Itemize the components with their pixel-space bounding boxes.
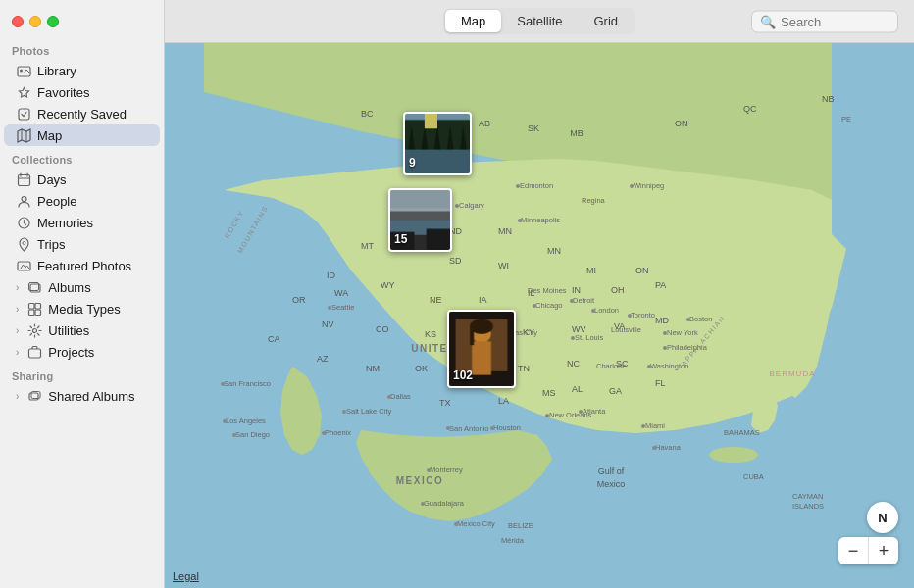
sidebar-item-trips[interactable]: Trips xyxy=(4,233,160,255)
tab-map[interactable]: Map xyxy=(445,10,501,32)
svg-text:MB: MB xyxy=(570,128,584,138)
map-photo-3[interactable]: 102 xyxy=(447,310,516,388)
search-box[interactable]: 🔍 xyxy=(751,10,898,32)
svg-rect-30 xyxy=(832,43,914,435)
projects-label: Projects xyxy=(48,345,94,360)
shared-albums-icon xyxy=(26,388,42,404)
svg-text:Guadalajara: Guadalajara xyxy=(424,499,465,508)
close-button[interactable] xyxy=(12,16,24,27)
map-icon xyxy=(16,127,31,143)
media-types-chevron: › xyxy=(16,304,19,315)
svg-point-136 xyxy=(387,395,391,399)
svg-point-130 xyxy=(232,433,236,437)
svg-text:Regina: Regina xyxy=(582,196,606,205)
svg-point-122 xyxy=(591,309,595,313)
svg-rect-16 xyxy=(35,303,41,309)
zoom-in-button[interactable]: + xyxy=(869,537,898,564)
search-icon: 🔍 xyxy=(760,14,776,28)
svg-point-93 xyxy=(630,184,634,188)
svg-text:San Antonio: San Antonio xyxy=(449,424,488,433)
sidebar: Photos Library Favorites Recently Saved xyxy=(0,0,165,588)
svg-point-82 xyxy=(518,219,522,222)
svg-text:WY: WY xyxy=(381,280,395,290)
minimize-button[interactable] xyxy=(29,16,41,27)
svg-text:Winnipeg: Winnipeg xyxy=(634,181,664,190)
memories-icon xyxy=(16,215,31,230)
svg-point-140 xyxy=(652,446,656,450)
svg-point-103 xyxy=(427,468,431,472)
svg-text:OK: OK xyxy=(415,364,428,373)
utilities-label: Utilities xyxy=(48,323,89,338)
svg-text:OH: OH xyxy=(611,285,625,295)
sidebar-item-map[interactable]: Map xyxy=(4,124,160,146)
svg-rect-15 xyxy=(28,303,34,309)
sharing-section-label: Sharing xyxy=(0,363,164,385)
sidebar-item-utilities[interactable]: › Utilities xyxy=(4,319,160,341)
recently-saved-label: Recently Saved xyxy=(37,107,127,122)
svg-text:Des Moines: Des Moines xyxy=(528,286,567,295)
svg-text:CUBA: CUBA xyxy=(743,472,764,481)
svg-text:CAYMAN: CAYMAN xyxy=(792,492,824,501)
svg-text:Mexico: Mexico xyxy=(597,479,626,489)
svg-text:London: London xyxy=(594,306,619,315)
maximize-button[interactable] xyxy=(47,16,59,27)
map-label: Map xyxy=(37,128,62,143)
sidebar-item-albums[interactable]: › Albums xyxy=(4,276,160,298)
tab-grid[interactable]: Grid xyxy=(578,10,634,32)
svg-point-105 xyxy=(421,502,425,506)
svg-point-89 xyxy=(455,204,459,208)
sidebar-item-favorites[interactable]: Favorites xyxy=(4,81,160,103)
photos-section-label: Photos xyxy=(0,37,164,60)
legal-link[interactable]: Legal xyxy=(173,570,199,582)
svg-text:MS: MS xyxy=(542,388,556,398)
search-input[interactable] xyxy=(781,14,889,28)
albums-label: Albums xyxy=(48,280,90,295)
days-icon xyxy=(16,172,31,187)
svg-text:BERMUDA: BERMUDA xyxy=(769,369,815,378)
svg-text:PE: PE xyxy=(841,115,851,123)
svg-text:LA: LA xyxy=(498,396,509,406)
sidebar-item-memories[interactable]: Memories xyxy=(4,212,160,233)
svg-text:Charlotte: Charlotte xyxy=(596,362,626,370)
svg-text:New York: New York xyxy=(667,328,698,337)
map-photo-1[interactable]: 9 xyxy=(403,112,472,175)
shared-albums-chevron: › xyxy=(16,391,19,402)
svg-rect-17 xyxy=(28,310,34,316)
svg-text:NB: NB xyxy=(822,94,835,104)
svg-point-97 xyxy=(446,426,450,430)
library-icon xyxy=(16,63,31,78)
svg-text:Havana: Havana xyxy=(655,443,682,452)
utilities-icon xyxy=(26,322,42,338)
svg-text:IA: IA xyxy=(479,295,487,305)
svg-point-126 xyxy=(221,382,225,386)
map-photo-2[interactable]: 15 xyxy=(388,188,452,252)
map-view[interactable]: MB SK AB BC ON QC NB PE ND MN SD WI MN M… xyxy=(165,43,914,588)
sidebar-item-shared-albums[interactable]: › Shared Albums xyxy=(4,385,160,407)
svg-text:GA: GA xyxy=(609,386,622,396)
svg-text:MEXICO: MEXICO xyxy=(396,475,443,486)
svg-point-101 xyxy=(545,414,549,417)
sidebar-item-recently-saved[interactable]: Recently Saved xyxy=(4,103,160,124)
sidebar-item-featured-photos[interactable]: Featured Photos xyxy=(4,255,160,276)
projects-chevron: › xyxy=(16,347,19,358)
tab-satellite[interactable]: Satellite xyxy=(501,10,578,32)
svg-text:Seattle: Seattle xyxy=(331,303,354,312)
svg-point-134 xyxy=(322,431,326,435)
zoom-out-button[interactable]: − xyxy=(838,537,868,564)
sidebar-item-people[interactable]: People xyxy=(4,190,160,212)
svg-point-116 xyxy=(663,331,667,335)
svg-text:AZ: AZ xyxy=(317,354,329,364)
svg-text:MD: MD xyxy=(655,316,669,325)
svg-text:BELIZE: BELIZE xyxy=(508,521,533,530)
sidebar-item-days[interactable]: Days xyxy=(4,169,160,190)
svg-text:WI: WI xyxy=(498,261,509,270)
collections-section-label: Collections xyxy=(0,146,164,169)
compass-button[interactable]: N xyxy=(867,502,898,533)
svg-point-1 xyxy=(20,69,23,72)
photo-count-2: 15 xyxy=(394,232,407,246)
sidebar-item-media-types[interactable]: › Media Types xyxy=(4,298,160,319)
sidebar-item-projects[interactable]: › Projects xyxy=(4,341,160,363)
svg-rect-20 xyxy=(28,349,40,358)
svg-text:IN: IN xyxy=(572,285,581,295)
sidebar-item-library[interactable]: Library xyxy=(4,60,160,81)
